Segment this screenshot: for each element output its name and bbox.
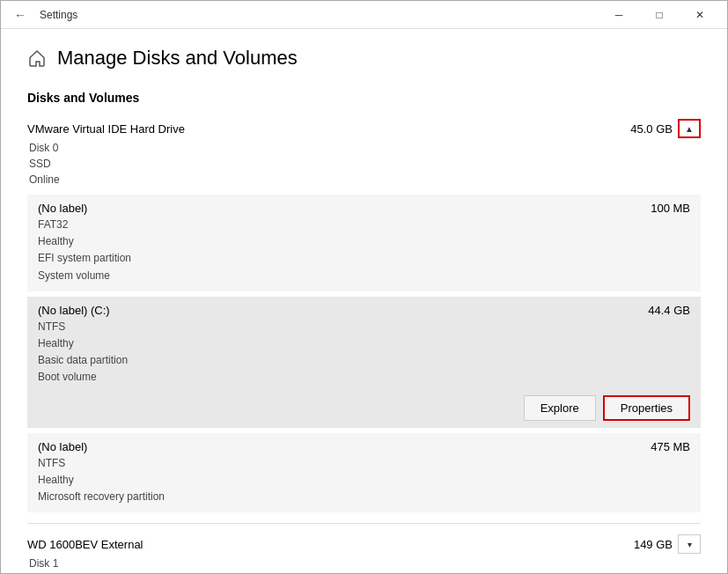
partition-0-header: (No label) 100 MB [38,202,690,215]
title-bar: ← Settings ─ □ ✕ [1,1,727,29]
page-header: Manage Disks and Volumes [27,47,701,70]
disk-0-size: 45.0 GB ▲ [630,119,701,138]
page-title: Manage Disks and Volumes [57,47,298,70]
close-button[interactable]: ✕ [680,1,720,29]
disk-item-0: VMware Virtual IDE Hard Drive 45.0 GB ▲ … [27,119,701,512]
disk-0-expand-button[interactable]: ▲ [678,119,701,138]
disk-1-name: WD 1600BEV External [27,538,143,551]
home-icon [27,48,47,68]
disk-1-meta: Disk 1 Unknown media type Online [27,556,701,573]
content-area: Manage Disks and Volumes Disks and Volum… [1,29,727,573]
partition-1-name: (No label) (C:) [38,304,110,317]
disk-0-meta: Disk 0 SSD Online [27,140,701,188]
divider [27,523,701,524]
properties-button[interactable]: Properties [603,395,690,421]
disk-1-expand-button[interactable]: ▾ [678,534,701,554]
partition-item-0: (No label) 100 MB FAT32 Healthy EFI syst… [27,195,701,291]
main-content: Manage Disks and Volumes Disks and Volum… [1,29,727,573]
partition-1-meta: NTFS Healthy Basic data partition Boot v… [38,319,690,386]
window-controls: ─ □ ✕ [599,1,720,29]
disk-0-name: VMware Virtual IDE Hard Drive [27,122,185,136]
window-title: Settings [40,9,77,21]
partition-0-meta: FAT32 Healthy EFI system partition Syste… [38,217,690,284]
partition-1-header: (No label) (C:) 44.4 GB [38,304,690,317]
partition-2-name: (No label) [38,440,87,453]
partition-2-header: (No label) 475 MB [38,440,690,453]
disk-item-1: WD 1600BEV External 149 GB ▾ Disk 1 Unkn… [27,534,701,573]
disk-0-header: VMware Virtual IDE Hard Drive 45.0 GB ▲ [27,119,701,138]
partition-list-0: (No label) 100 MB FAT32 Healthy EFI syst… [27,195,701,512]
minimize-button[interactable]: ─ [599,1,639,29]
explore-button[interactable]: Explore [524,395,596,421]
partition-item-1[interactable]: (No label) (C:) 44.4 GB NTFS Healthy Bas… [27,297,701,428]
settings-window: ← Settings ─ □ ✕ Manage Disks and Volume… [0,0,728,574]
partition-1-size: 44.4 GB [648,304,690,317]
section-title: Disks and Volumes [27,91,701,105]
partition-2-meta: NTFS Healthy Microsoft recovery partitio… [38,455,690,506]
back-button[interactable]: ← [8,3,33,27]
disk-1-size: 149 GB ▾ [634,534,701,554]
partition-1-actions: Explore Properties [38,395,690,421]
disk-1-header: WD 1600BEV External 149 GB ▾ [27,534,701,554]
maximize-button[interactable]: □ [639,1,680,29]
partition-item-2: (No label) 475 MB NTFS Healthy Microsoft… [27,433,701,513]
partition-0-size: 100 MB [651,202,690,215]
partition-2-size: 475 MB [651,440,690,453]
partition-0-name: (No label) [38,202,87,215]
